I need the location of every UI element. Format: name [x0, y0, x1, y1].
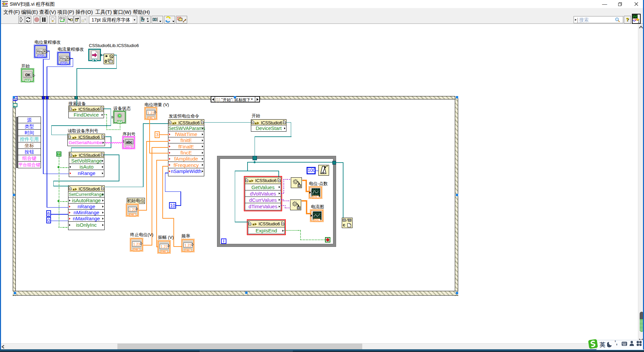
svg-text:1: 1: [638, 20, 640, 23]
svg-text:c: c: [343, 222, 345, 227]
svg-text:0: 0: [105, 59, 107, 64]
